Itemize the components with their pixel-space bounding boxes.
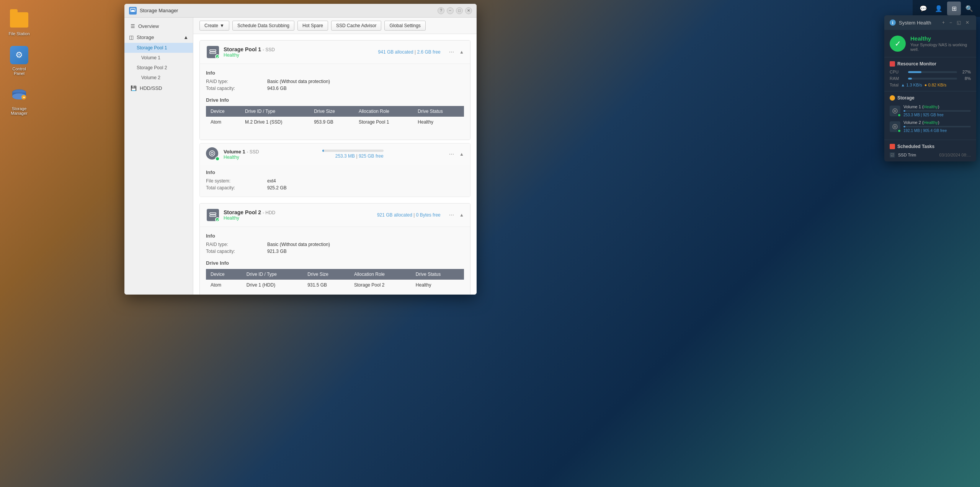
sidebar-item-volume-1[interactable]: Volume 1 [124, 53, 193, 63]
pool2-label: Storage Pool 2 [137, 65, 167, 70]
hot-spare-btn[interactable]: Hot Spare [297, 21, 328, 31]
pool2-drive-table: Device Drive ID / Type Drive Size Alloca… [206, 269, 464, 290]
minimize-btn[interactable]: − [447, 7, 454, 14]
col-allocation-role-2: Allocation Role [350, 269, 411, 280]
cpu-pct: 27% [960, 70, 971, 74]
widget-vol1-stats: 253.3 MB | 925 GB free [903, 113, 971, 117]
create-btn[interactable]: Create ▼ [199, 21, 229, 31]
col-drive-status-2: Drive Status [411, 269, 464, 280]
desktop-icons: File Station ⚙ Control Panel [0, 0, 38, 126]
cpu-row: CPU 27% [890, 70, 971, 74]
storage-section-label: Storage [137, 34, 154, 40]
storage-pool-1-card: Storage Pool 1 - SSD Healthy 941 GB all [199, 40, 470, 140]
col-drive-size-2: Drive Size [303, 269, 350, 280]
widget-vol1-bar-fill [903, 110, 905, 112]
pool2-allocation: 921 GB allocated | 0 Bytes free [377, 212, 441, 218]
svg-rect-5 [210, 50, 216, 51]
widget-header: ℹ System Health + − ◱ ✕ [884, 15, 976, 30]
pool1-status: Healthy [224, 52, 275, 58]
pool1-collapse-btn[interactable]: ▲ [459, 49, 464, 55]
col-drive-id-2: Drive ID / Type [242, 269, 303, 280]
volume1-collapse-btn[interactable]: ▲ [459, 151, 464, 157]
user-taskbar-btn[interactable]: 👤 [932, 2, 946, 15]
control-panel-icon[interactable]: ⚙ Control Panel [4, 43, 34, 79]
widget-volume-1: Volume 1 (Healthy) 253.3 MB | 925 GB fre… [890, 104, 971, 117]
search-taskbar-btn[interactable]: 🔍 [962, 2, 976, 15]
svg-point-15 [893, 124, 897, 129]
storage-section-icon: ◫ [129, 34, 134, 40]
total-label: Total [890, 83, 898, 87]
widget-vol1-bar [903, 110, 971, 112]
global-settings-btn[interactable]: Global Settings [384, 21, 425, 31]
health-section: ✓ Healthy Your Synology NAS is working w… [884, 30, 976, 57]
schedule-scrubbing-btn[interactable]: Schedule Data Scrubbing [232, 21, 294, 31]
sidebar-item-storage-pool-1[interactable]: Storage Pool 1 [124, 43, 193, 53]
storage-widget-icon [890, 95, 895, 101]
apps-taskbar-btn[interactable]: ⊞ [947, 2, 961, 15]
widget-vol2-stats: 192.1 MB | 905.4 GB free [903, 129, 971, 133]
hdd-icon: 💾 [131, 85, 137, 91]
pool1-title: Storage Pool 1 - SSD [224, 46, 275, 52]
widget-add-btn[interactable]: + [941, 19, 946, 26]
window-title: Storage Manager [140, 8, 178, 13]
widget-volume1-icon [890, 106, 900, 116]
content-area: Storage Pool 1 - SSD Healthy 941 GB all [193, 34, 477, 295]
overview-label: Overview [138, 23, 159, 29]
sidebar-item-storage-pool-2[interactable]: Storage Pool 2 [124, 63, 193, 73]
col-device: Device [206, 106, 240, 117]
svg-rect-6 [210, 52, 216, 54]
list-item: ☑ SSD Trim 03/10/2024 08:... [890, 152, 971, 158]
ram-bar-fill [908, 78, 912, 80]
pool2-drive-section: Drive Info Device Drive ID / Type Drive … [206, 260, 464, 290]
pool2-status: Healthy [224, 215, 275, 221]
pool2-collapse-btn[interactable]: ▲ [459, 212, 464, 218]
help-btn[interactable]: ? [438, 7, 444, 14]
sidebar-item-volume-2[interactable]: Volume 2 [124, 73, 193, 83]
volume1-usage-bar [322, 150, 384, 152]
col-device-2: Device [206, 269, 242, 280]
volume-1-card: Volume 1 - SSD Healthy [199, 143, 470, 197]
pool2-title: Storage Pool 2 - HDD [224, 209, 275, 215]
close-btn[interactable]: ✕ [465, 7, 472, 14]
cpu-bar-fill [908, 71, 921, 73]
maximize-btn[interactable]: □ [456, 7, 463, 14]
chevron-up-icon: ▲ [183, 34, 188, 40]
svg-rect-10 [210, 215, 216, 217]
ram-bar [908, 78, 957, 80]
pool1-header: Storage Pool 1 - SSD Healthy 941 GB all [200, 41, 470, 64]
net-down: ● 0.82 KB/s [924, 83, 946, 87]
pool1-more-btn[interactable]: ··· [447, 48, 456, 56]
volume1-status: Healthy [224, 155, 259, 160]
svg-point-14 [894, 110, 896, 112]
widget-close-btn[interactable]: ✕ [964, 19, 971, 26]
widget-vol2-bar-fill [903, 126, 905, 127]
resource-title: Resource Monitor [897, 61, 936, 67]
widget-min-btn[interactable]: − [948, 19, 954, 26]
tasks-icon [890, 144, 895, 149]
storage-widget-title-text: Storage [897, 95, 915, 101]
system-health-widget: ℹ System Health + − ◱ ✕ ✓ Healthy Your S… [884, 15, 976, 161]
file-station-icon[interactable]: File Station [4, 8, 34, 39]
widget-vol2-name: Volume 2 (Healthy) [903, 120, 971, 125]
health-status: Healthy [910, 35, 971, 42]
widget-restore-btn[interactable]: ◱ [955, 19, 962, 26]
volume1-more-btn[interactable]: ··· [447, 150, 456, 158]
ssd-cache-btn[interactable]: SSD Cache Advisor [331, 21, 381, 31]
chat-taskbar-btn[interactable]: 💬 [916, 2, 930, 15]
sidebar-item-hdd-ssd[interactable]: 💾 HDD/SSD [124, 83, 193, 94]
volume1-header: Volume 1 - SSD Healthy [200, 143, 470, 165]
volume1-bar-fill [322, 150, 324, 152]
pool2-header: Storage Pool 2 - HDD Healthy 921 GB all [200, 204, 470, 227]
storage-manager-icon[interactable]: Storage Manager [4, 83, 34, 119]
pool2-more-btn[interactable]: ··· [447, 211, 456, 219]
dropdown-arrow-icon: ▼ [220, 23, 224, 28]
sidebar-item-overview[interactable]: ☰ Overview [124, 21, 193, 32]
sidebar-section-storage[interactable]: ◫ Storage ▲ [124, 32, 193, 43]
cpu-bar [908, 71, 957, 73]
svg-point-7 [209, 151, 215, 156]
resource-monitor-section: Resource Monitor CPU 27% RAM 8% Total ▲ … [884, 57, 976, 91]
ram-pct: 8% [960, 76, 971, 81]
volume1-storage-info: 253.3 MB | 925 GB free [335, 153, 384, 159]
svg-point-8 [211, 152, 213, 155]
toolbar: Create ▼ Schedule Data Scrubbing Hot Spa… [193, 18, 477, 34]
